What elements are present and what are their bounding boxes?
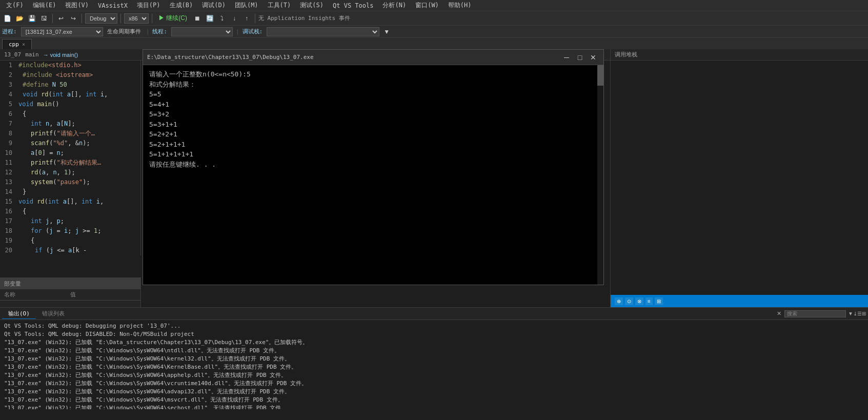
menu-build[interactable]: 生成(B) [166, 0, 197, 11]
output-toolbar-btn2[interactable]: ⤓ [853, 311, 857, 316]
menu-project[interactable]: 项目(P) [133, 0, 165, 11]
debug-config-dropdown[interactable]: Debug [85, 13, 117, 24]
output-tab-errors[interactable]: 错误列表 [36, 309, 71, 318]
stop-btn[interactable]: ⏹ [192, 13, 203, 24]
stack-down-btn[interactable]: ▼ [381, 27, 392, 37]
breadcrumb-scope: 13_07 [4, 51, 21, 58]
sep-pipe2: | [236, 28, 239, 35]
menu-view[interactable]: 视图(V) [61, 0, 93, 11]
code-line-13: system("pause"); [18, 177, 140, 187]
code-text[interactable]: #include<stdio.h> #include <iostream> #d… [16, 61, 140, 255]
output-toolbar-btn3[interactable]: ☰ [857, 311, 862, 316]
code-content-area: 12345 678910 1112131415 1617181920 #incl… [0, 61, 140, 255]
output-clear-btn[interactable]: ✕ [774, 309, 784, 318]
code-line-5: void main() [18, 99, 140, 109]
right-panel-body [611, 61, 868, 295]
console-line: 请输入一个正整数n(0<=n<50):5 [149, 69, 597, 79]
statusbar-btn1[interactable]: ⊕ [615, 297, 623, 305]
output-line: "13_07.exe" (Win32): 已加载 "C:\Windows\Sys… [4, 388, 864, 396]
thread-select[interactable] [171, 27, 233, 36]
menu-edit[interactable]: 编辑(E) [29, 0, 60, 11]
code-line-16: { [18, 207, 140, 216]
console-body: 请输入一个正整数n(0<=n<50):5和式分解结果：5=55=4+15=3+2… [143, 65, 603, 285]
menu-qtvstools[interactable]: Qt VS Tools [329, 1, 377, 10]
console-line: 5=4+1 [149, 99, 597, 110]
breadcrumb-main: main [25, 51, 39, 58]
output-line: Qt VS Tools: QML debug: DISABLED: Non-Qt… [4, 330, 864, 338]
code-line-12: rd(a, n, 1); [18, 168, 140, 177]
menu-test[interactable]: 测试(S) [296, 0, 328, 11]
console-close-btn[interactable]: ✕ [587, 52, 599, 63]
output-search: 搜索 [784, 310, 846, 317]
platform-dropdown[interactable]: x86 [124, 13, 149, 24]
new-file-btn[interactable]: 📄 [2, 13, 12, 24]
sep-pipe1: | [146, 28, 150, 35]
menu-team[interactable]: 团队(M) [231, 0, 263, 11]
stack-label: 调试栈: [243, 28, 263, 35]
menu-debug[interactable]: 调试(D) [198, 0, 230, 11]
code-line-9: scanf("%d", &n); [18, 138, 140, 148]
tab-close-btn[interactable]: × [22, 42, 25, 47]
output-tab-output[interactable]: 输出(O) [2, 309, 36, 319]
sep4 [152, 14, 152, 23]
output-toolbar-btn1[interactable]: ▼ [848, 311, 853, 316]
code-line-17: int j, p; [18, 216, 140, 226]
nav-right-btn[interactable]: → void main() [43, 52, 78, 58]
save-all-btn[interactable]: 🖫 [39, 13, 49, 24]
insight-label: 无 Application Insights 事件 [258, 14, 350, 22]
statusbar-btn3[interactable]: ⊗ [635, 297, 643, 305]
code-line-20: if (j <= a[k - [18, 246, 140, 255]
restart-btn[interactable]: 🔄 [205, 13, 215, 24]
sep5 [255, 14, 255, 23]
tab-cpp-label: cpp [9, 41, 19, 48]
vars-col-value: 值 [70, 291, 136, 298]
menu-help[interactable]: 帮助(H) [444, 0, 476, 11]
process-select[interactable]: [13812] 13_07.exe [21, 27, 103, 36]
console-line: 5=2+1+1+1 [149, 139, 597, 150]
output-toolbar-btn4[interactable]: ⊞ [862, 311, 866, 316]
thread-label: 线程: [152, 28, 167, 35]
code-line-2: #include <iostream> [18, 70, 140, 80]
line-numbers: 12345 678910 1112131415 1617181920 [0, 61, 16, 255]
save-btn[interactable]: 💾 [27, 13, 37, 24]
console-line: 5=2+2+1 [149, 129, 597, 139]
main-toolbar: 📄 📂 💾 🖫 ↩ ↪ Debug x86 ▶ 继续(C) ⏹ 🔄 ⤵ ↓ ↑ … [0, 11, 868, 26]
open-btn[interactable]: 📂 [14, 13, 25, 24]
code-line-18: for (j = i; j >= 1; [18, 226, 140, 236]
output-panel: 输出(O) 错误列表 ✕ 搜索 ▼ ⤓ ☰ ⊞ Qt VS Tools: QML… [0, 307, 868, 420]
search-placeholder: 搜索 [787, 310, 797, 317]
menu-tools[interactable]: 工具(T) [264, 0, 295, 11]
statusbar-btn5[interactable]: ⊞ [655, 297, 663, 305]
right-panel-title: 调用堆栈 [615, 51, 637, 58]
output-line: "13_07.exe" (Win32): 已加载 "C:\Windows\Sys… [4, 379, 864, 388]
lifecycle-btn[interactable]: 生命周期事件 [105, 27, 143, 37]
statusbar-btn2[interactable]: ⊙ [625, 297, 633, 305]
code-line-14: } [18, 187, 140, 197]
statusbar-btn4[interactable]: ≡ [645, 297, 653, 305]
output-line: "13_07.exe" (Win32): 已加载 "C:\Windows\Sys… [4, 396, 864, 404]
step-in-btn[interactable]: ↓ [229, 13, 239, 24]
code-line-8: printf("请输入一个… [18, 129, 140, 138]
menu-vassistx[interactable]: VAssistX [94, 1, 132, 10]
step-over-btn[interactable]: ⤵ [217, 13, 227, 24]
console-title: E:\Data_structure\Chapter13\13_07\Debug\… [147, 54, 559, 61]
sep3 [120, 14, 121, 23]
menu-analyze[interactable]: 分析(N) [378, 0, 410, 11]
code-line-1: #include<stdio.h> [18, 61, 140, 70]
tab-cpp[interactable]: cpp × [2, 39, 32, 49]
right-panel: 调用堆栈 ⊕ ⊙ ⊗ ≡ ⊞ [610, 49, 868, 307]
code-line-15: void rd(int a[], int i, [18, 197, 140, 207]
console-maximize-btn[interactable]: □ [574, 52, 586, 63]
console-line: 请按任意键继续. . . [149, 159, 597, 170]
console-scrollbar[interactable] [597, 65, 603, 285]
redo-btn[interactable]: ↪ [68, 13, 78, 24]
menu-file[interactable]: 文(F) [2, 0, 28, 11]
step-out-btn[interactable]: ↑ [241, 13, 252, 24]
console-minimize-btn[interactable]: ─ [560, 52, 573, 63]
continue-btn[interactable]: ▶ 继续(C) [155, 13, 190, 24]
output-line: "13_07.exe" (Win32): 已加载 "C:\Windows\Sys… [4, 355, 864, 363]
output-content: Qt VS Tools: QML debug: Debugging projec… [0, 320, 868, 409]
undo-btn[interactable]: ↩ [56, 13, 66, 24]
menu-window[interactable]: 窗口(W) [411, 0, 443, 11]
stack-select[interactable] [267, 27, 379, 36]
